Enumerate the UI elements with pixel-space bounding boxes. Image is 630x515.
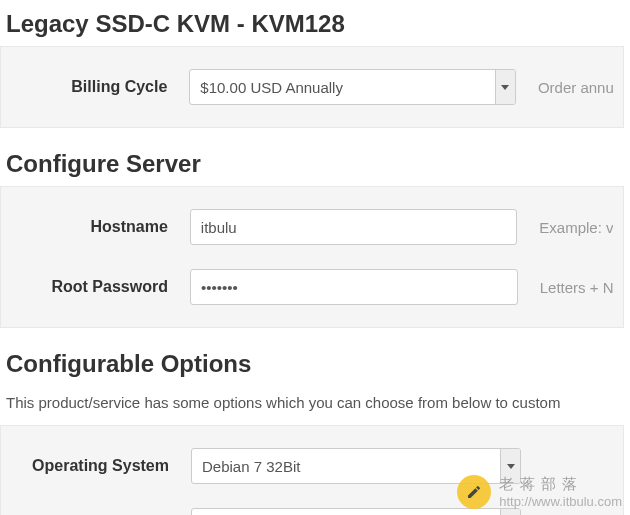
billing-section: Billing Cycle $10.00 USD Annually Order … — [0, 46, 624, 128]
location-select[interactable]: Phoenix, AZ — [191, 508, 521, 515]
hostname-hint: Example: v — [517, 219, 613, 236]
pencil-icon — [457, 475, 491, 509]
billing-cycle-label: Billing Cycle — [11, 78, 189, 96]
watermark-url: http://www.itbulu.com — [499, 494, 622, 509]
configure-server-section: Hostname Example: v Root Password Letter… — [0, 186, 624, 328]
location-value: Phoenix, AZ — [191, 508, 521, 515]
root-password-input[interactable] — [190, 269, 518, 305]
chevron-down-icon — [495, 70, 515, 104]
hostname-input[interactable] — [190, 209, 518, 245]
configurable-options-heading: Configurable Options — [0, 340, 630, 386]
root-password-row: Root Password Letters + N — [1, 261, 623, 313]
chevron-down-icon — [500, 509, 520, 515]
hostname-label: Hostname — [11, 218, 190, 236]
hostname-row: Hostname Example: v — [1, 201, 623, 253]
billing-cycle-value: $10.00 USD Annually — [189, 69, 516, 105]
billing-cycle-row: Billing Cycle $10.00 USD Annually Order … — [1, 61, 623, 113]
billing-cycle-select[interactable]: $10.00 USD Annually — [189, 69, 516, 105]
product-title: Legacy SSD-C KVM - KVM128 — [0, 0, 630, 46]
os-label: Operating System — [11, 457, 191, 475]
watermark-cn: 老蒋部落 — [499, 475, 622, 494]
configurable-options-blurb: This product/service has some options wh… — [0, 386, 630, 425]
billing-cycle-hint: Order annu — [516, 79, 613, 96]
watermark: 老蒋部落 http://www.itbulu.com — [457, 475, 622, 509]
configure-server-heading: Configure Server — [0, 140, 630, 186]
root-password-hint: Letters + N — [518, 279, 613, 296]
root-password-label: Root Password — [11, 278, 190, 296]
